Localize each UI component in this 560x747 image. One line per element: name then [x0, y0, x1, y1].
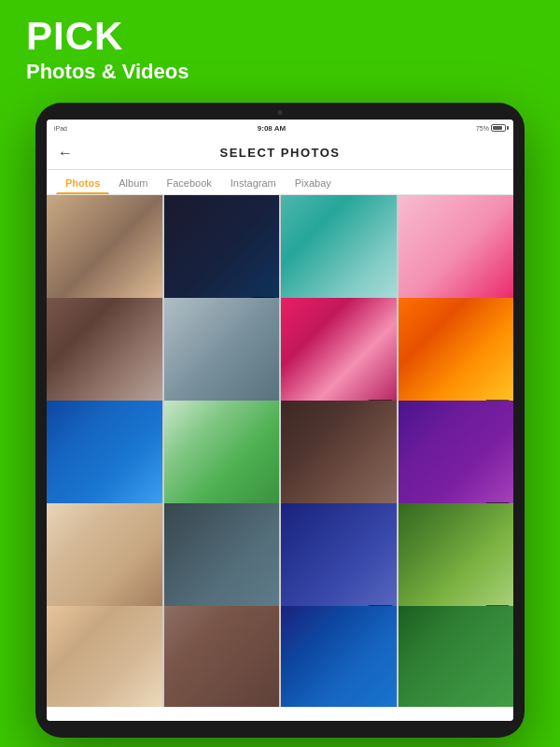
status-bar: iPad 9:08 AM 75%	[47, 120, 513, 136]
battery-percent: 75%	[476, 125, 489, 132]
photo-cell[interactable]	[164, 606, 280, 707]
tablet-frame: iPad 9:08 AM 75% ← SELECT PHOTOS Photos …	[35, 103, 525, 738]
status-battery: 75%	[476, 124, 506, 132]
tab-pixabay[interactable]: Pixabay	[286, 170, 341, 194]
photo-grid: 00:1501:1501:1500:1500:1502:0200:54	[47, 195, 513, 707]
app-content: ← SELECT PHOTOS Photos Album Facebook In…	[47, 136, 513, 721]
hero-subtitle: Photos & Videos	[26, 60, 189, 84]
status-time: 9:08 AM	[258, 124, 286, 133]
photo-cell[interactable]: 01:15	[281, 298, 397, 414]
status-device: iPad	[54, 125, 67, 132]
photo-cell[interactable]: 00:15	[164, 195, 280, 311]
screen-title: SELECT PHOTOS	[219, 146, 340, 160]
photo-cell[interactable]: 00:54	[47, 606, 162, 707]
back-button[interactable]: ←	[58, 145, 73, 162]
tab-album[interactable]: Album	[109, 170, 157, 194]
screen-header: ← SELECT PHOTOS	[47, 136, 513, 170]
tablet-screen: iPad 9:08 AM 75% ← SELECT PHOTOS Photos …	[47, 120, 513, 721]
hero-title: PICK	[26, 17, 189, 56]
photo-cell[interactable]	[399, 606, 514, 707]
source-tabs: Photos Album Facebook Instagram Pixabay	[47, 170, 513, 195]
photo-cell[interactable]	[281, 606, 397, 707]
photo-cell[interactable]: 02:02	[399, 503, 514, 619]
hero-text-block: PICK Photos & Videos	[26, 17, 189, 84]
photo-cell[interactable]	[47, 401, 162, 516]
tab-photos[interactable]: Photos	[56, 170, 109, 194]
photo-cell[interactable]	[47, 298, 162, 414]
photo-cell[interactable]: 01:15	[399, 298, 514, 414]
photo-cell[interactable]	[164, 298, 280, 414]
photo-cell[interactable]	[164, 401, 280, 516]
tab-facebook[interactable]: Facebook	[157, 170, 220, 194]
photo-cell[interactable]	[47, 195, 162, 311]
photo-cell[interactable]	[399, 195, 514, 311]
photo-cell[interactable]	[281, 401, 397, 516]
battery-icon	[491, 124, 506, 132]
tab-instagram[interactable]: Instagram	[221, 170, 286, 194]
photo-cell[interactable]: 00:15	[281, 503, 397, 619]
photo-cell[interactable]	[281, 195, 397, 311]
photo-cell[interactable]	[47, 503, 162, 619]
camera-dot	[278, 110, 283, 115]
photo-cell[interactable]: 00:15	[399, 401, 514, 516]
photo-cell[interactable]	[164, 503, 280, 619]
